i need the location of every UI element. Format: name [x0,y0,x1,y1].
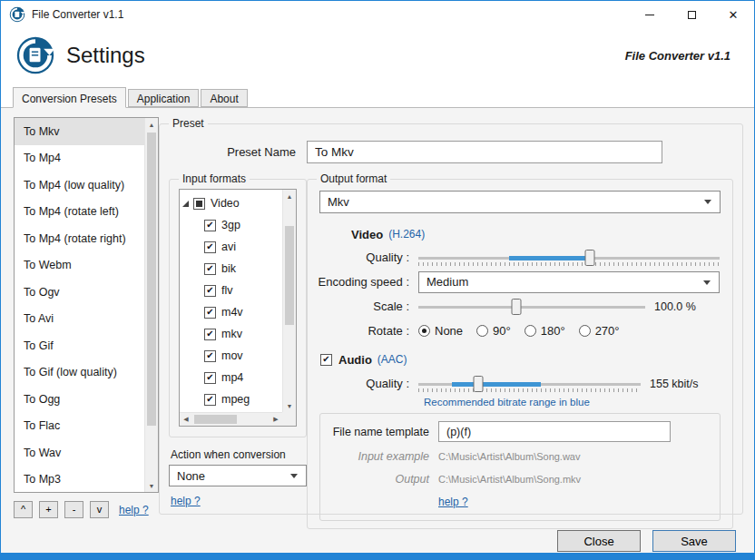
scroll-down-icon[interactable]: ▼ [283,399,296,412]
tab-label: Application [137,93,191,105]
preset-list-item[interactable]: To Ogg [15,386,144,413]
encoding-speed-select[interactable]: Medium [418,271,720,293]
checkbox-icon[interactable] [204,329,216,340]
preset-list-item[interactable]: To Gif [15,332,144,359]
checkbox-icon[interactable] [204,241,216,253]
presets-help-link[interactable]: help ? [119,504,149,516]
video-group-checkbox[interactable] [193,198,205,210]
preset-list-item[interactable]: To Gif (low quality) [15,359,144,387]
move-preset-up-button[interactable]: ^ [14,501,33,518]
add-preset-button[interactable]: + [39,501,58,518]
output-help-link[interactable]: help ? [438,496,468,508]
expander-icon[interactable] [182,201,189,207]
preset-name-label: Preset Name [169,145,307,159]
tab-label: About [210,93,238,105]
audio-quality-value: 155 kbit/s [650,378,699,390]
rotate-radio[interactable]: 270° [579,324,620,338]
tab[interactable]: About [201,89,247,107]
output-format-select[interactable]: Mkv [319,191,721,213]
titlebar[interactable]: File Converter v1.1 ✕ [1,1,754,28]
format-checkbox-item[interactable]: 3gp [182,214,282,236]
slider-thumb[interactable] [585,250,595,266]
video-quality-slider[interactable] [418,247,720,269]
format-checkbox-item[interactable]: m4v [182,301,282,323]
preset-name-input[interactable] [307,141,662,163]
format-checkbox-item[interactable]: mp4 [182,367,282,388]
format-label: mp4 [221,371,243,384]
preset-list-item[interactable]: To Mkv [15,118,144,145]
scrollbar-thumb[interactable] [147,133,156,426]
tree-root-label: Video [211,197,240,210]
conversion-action-select[interactable]: None [169,465,307,486]
format-checkbox-item[interactable]: mpeg [182,388,282,410]
window-title: File Converter v1.1 [32,8,123,21]
scrollbar-thumb[interactable] [194,415,237,424]
audio-section-title: Audio (AAC) [317,349,723,369]
file-name-template-input[interactable] [438,421,671,442]
app-icon [9,6,25,23]
audio-quality-slider[interactable] [418,373,641,395]
preset-list-item[interactable]: To Mp4 (low quality) [15,172,144,199]
scroll-left-icon[interactable]: ◀ [180,413,192,426]
scale-slider[interactable] [418,296,645,318]
slider-thumb[interactable] [511,299,521,315]
checkbox-icon[interactable] [204,350,216,362]
audio-quality-row: Quality : 155 kbit/s [317,372,723,395]
tab[interactable]: Conversion Presets [13,87,126,108]
scroll-right-icon[interactable]: ▶ [270,413,282,426]
save-button[interactable]: Save [652,530,736,552]
move-preset-down-button[interactable]: v [90,501,109,518]
checkbox-icon[interactable] [204,263,216,275]
maximize-button[interactable] [671,1,712,28]
scroll-down-icon[interactable]: ▼ [145,479,158,492]
tab[interactable]: Application [128,89,200,107]
checkbox-icon[interactable] [204,372,216,384]
preset-list-scrollbar[interactable]: ▲ ▼ [144,118,158,492]
checkbox-icon[interactable] [204,220,216,231]
remove-preset-button[interactable]: - [64,501,83,518]
tree-horizontal-scrollbar[interactable]: ◀ ▶ [180,412,282,426]
rotate-radio[interactable]: None [418,324,463,338]
minimize-button[interactable] [629,1,671,28]
maximize-icon [688,11,696,19]
input-example-label: Input example [329,450,438,463]
format-checkbox-item[interactable]: mov [182,345,282,367]
radio-icon [579,325,591,337]
radio-label: 90° [493,324,511,338]
preset-list-item[interactable]: To Wav [15,439,144,467]
preset-list-item[interactable]: To Mp4 (rotate left) [15,199,144,226]
close-button[interactable]: Close [557,530,641,552]
format-label: mkv [221,328,242,340]
preset-list-item[interactable]: To Mp4 [15,145,144,172]
tab-bar: Conversion Presets Application About [1,86,754,107]
rotate-radio[interactable]: 90° [476,324,511,338]
rotate-radio[interactable]: 180° [525,324,565,338]
scroll-up-icon[interactable]: ▲ [283,190,296,202]
video-quality-label: Quality : [317,251,418,264]
format-checkbox-item[interactable]: bik [182,258,282,280]
preset-list-item[interactable]: To Mp4 (rotate right) [15,225,144,252]
preset-list-item[interactable]: To Ogv [15,279,144,306]
format-checkbox-item[interactable]: avi [182,236,282,258]
audio-quality-label: Quality : [317,377,418,390]
output-example-value: C:\Music\Artist\Album\Song.mkv [438,474,581,485]
tree-root-video[interactable]: Video [182,192,282,214]
scrollbar-thumb[interactable] [285,226,294,325]
preset-list-item[interactable]: To Flac [15,413,144,440]
checkbox-icon[interactable] [204,285,216,297]
format-checkbox-item[interactable]: mkv [182,323,282,345]
radio-label: 270° [595,324,620,338]
preset-list-item[interactable]: To Avi [15,306,144,333]
checkbox-icon[interactable] [204,394,216,406]
preset-list-item[interactable]: To Mp3 [15,467,144,493]
checkbox-icon[interactable] [204,307,216,319]
slider-thumb[interactable] [474,376,484,392]
input-formats-help-link[interactable]: help ? [171,495,307,507]
tree-vertical-scrollbar[interactable]: ▲ ▼ [282,190,296,412]
audio-checkbox[interactable] [320,354,332,366]
format-checkbox-item[interactable]: flv [182,280,282,301]
bitrate-note: Recommended bitrate range in blue [424,397,723,408]
titlebar-close-button[interactable]: ✕ [712,1,754,28]
preset-list-item[interactable]: To Webm [15,252,144,280]
scroll-up-icon[interactable]: ▲ [145,118,158,131]
